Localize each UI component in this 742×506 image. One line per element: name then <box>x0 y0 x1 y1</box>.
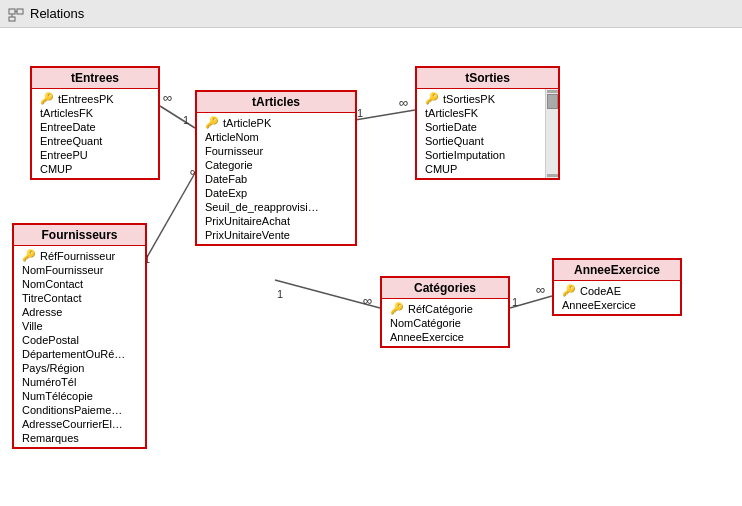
table-row: TitreContact <box>14 291 145 305</box>
title-bar-label: Relations <box>30 6 84 21</box>
svg-text:∞: ∞ <box>363 293 372 308</box>
table-row: NuméroTél <box>14 375 145 389</box>
tSorties-scrollbar[interactable] <box>545 89 558 178</box>
table-row: AdresseCourrierEl… <box>14 417 139 431</box>
table-row: 🔑tSortiesPK <box>417 91 544 106</box>
svg-rect-0 <box>9 9 15 14</box>
svg-line-8 <box>355 110 415 120</box>
table-row: Categorie <box>197 158 355 172</box>
table-row: Remarques <box>14 431 145 445</box>
table-row: ConditionsPaieme… <box>14 403 139 417</box>
table-body-tEntrees: 🔑tEntreesPK tArticlesFK EntreeDate Entre… <box>32 89 158 178</box>
table-row: NomContact <box>14 277 145 291</box>
table-row: Fournisseur <box>197 144 355 158</box>
table-row: Pays/Région <box>14 361 145 375</box>
table-row: PrixUnitaireAchat <box>197 214 355 228</box>
svg-rect-4 <box>9 17 15 21</box>
table-row: AnneeExercice <box>554 298 680 312</box>
table-row: NumTélécopie <box>14 389 145 403</box>
table-row: 🔑RéfCatégorie <box>382 301 508 316</box>
table-row: EntreePU <box>32 148 158 162</box>
relations-icon <box>8 6 24 22</box>
table-body-tSorties: 🔑tSortiesPK tArticlesFK SortieDate Sorti… <box>417 89 558 178</box>
table-row: CMUP <box>32 162 158 176</box>
table-tSorties[interactable]: tSorties 🔑tSortiesPK tArticlesFK SortieD… <box>415 66 560 180</box>
svg-text:1: 1 <box>183 114 189 126</box>
table-row: DateExp <box>197 186 355 200</box>
table-row: tArticlesFK <box>32 106 158 120</box>
svg-text:∞: ∞ <box>163 90 172 105</box>
svg-rect-1 <box>17 9 23 14</box>
table-row: 🔑tArticlePK <box>197 115 355 130</box>
table-row: PrixUnitaireVente <box>197 228 355 242</box>
table-header-tEntrees: tEntrees <box>32 68 158 89</box>
table-row: AnneeExercice <box>382 330 508 344</box>
svg-line-5 <box>160 106 195 128</box>
table-header-tSorties: tSorties <box>417 68 558 89</box>
table-row: DateFab <box>197 172 355 186</box>
table-body-Categories: 🔑RéfCatégorie NomCatégorie AnneeExercice <box>382 299 508 346</box>
table-AnneeExercice[interactable]: AnneeExercice 🔑CodeAE AnneeExercice <box>552 258 682 316</box>
table-row: 🔑CodeAE <box>554 283 680 298</box>
canvas: ∞ 1 1 ∞ 1 ∞ 1 ∞ 1 ∞ tEntrees 🔑tEntreesPK… <box>0 28 742 506</box>
svg-text:1: 1 <box>277 288 283 300</box>
table-row: DépartementOuRé… <box>14 347 139 361</box>
table-body-tArticles: 🔑tArticlePK ArticleNom Fournisseur Categ… <box>197 113 355 244</box>
svg-text:1: 1 <box>357 107 363 119</box>
table-body-Fournisseurs: 🔑RéfFournisseur NomFournisseur NomContac… <box>14 246 145 447</box>
table-row: Seuil_de_reapprovisi… <box>197 200 347 214</box>
table-row: SortieDate <box>417 120 544 134</box>
table-header-Fournisseurs: Fournisseurs <box>14 225 145 246</box>
table-header-AnneeExercice: AnneeExercice <box>554 260 680 281</box>
table-row: Adresse <box>14 305 145 319</box>
svg-line-11 <box>142 173 195 266</box>
svg-text:∞: ∞ <box>399 95 408 110</box>
title-bar: Relations <box>0 0 742 28</box>
table-row: CodePostal <box>14 333 145 347</box>
table-Fournisseurs[interactable]: Fournisseurs 🔑RéfFournisseur NomFourniss… <box>12 223 147 449</box>
table-row: ArticleNom <box>197 130 355 144</box>
table-row: EntreeDate <box>32 120 158 134</box>
svg-line-17 <box>510 296 552 308</box>
table-row: 🔑RéfFournisseur <box>14 248 145 263</box>
table-header-tArticles: tArticles <box>197 92 355 113</box>
table-row: 🔑tEntreesPK <box>32 91 158 106</box>
table-row: EntreeQuant <box>32 134 158 148</box>
table-body-AnneeExercice: 🔑CodeAE AnneeExercice <box>554 281 680 314</box>
svg-text:∞: ∞ <box>536 282 545 297</box>
table-row: SortieImputation <box>417 148 544 162</box>
table-tArticles[interactable]: tArticles 🔑tArticlePK ArticleNom Fournis… <box>195 90 357 246</box>
table-row: SortieQuant <box>417 134 544 148</box>
table-tEntrees[interactable]: tEntrees 🔑tEntreesPK tArticlesFK EntreeD… <box>30 66 160 180</box>
table-row: tArticlesFK <box>417 106 544 120</box>
table-row: NomFournisseur <box>14 263 145 277</box>
svg-text:1: 1 <box>512 296 518 308</box>
table-header-Categories: Catégories <box>382 278 508 299</box>
svg-line-14 <box>275 280 380 308</box>
table-row: Ville <box>14 319 145 333</box>
table-Categories[interactable]: Catégories 🔑RéfCatégorie NomCatégorie An… <box>380 276 510 348</box>
table-row: NomCatégorie <box>382 316 508 330</box>
table-row: CMUP <box>417 162 544 176</box>
